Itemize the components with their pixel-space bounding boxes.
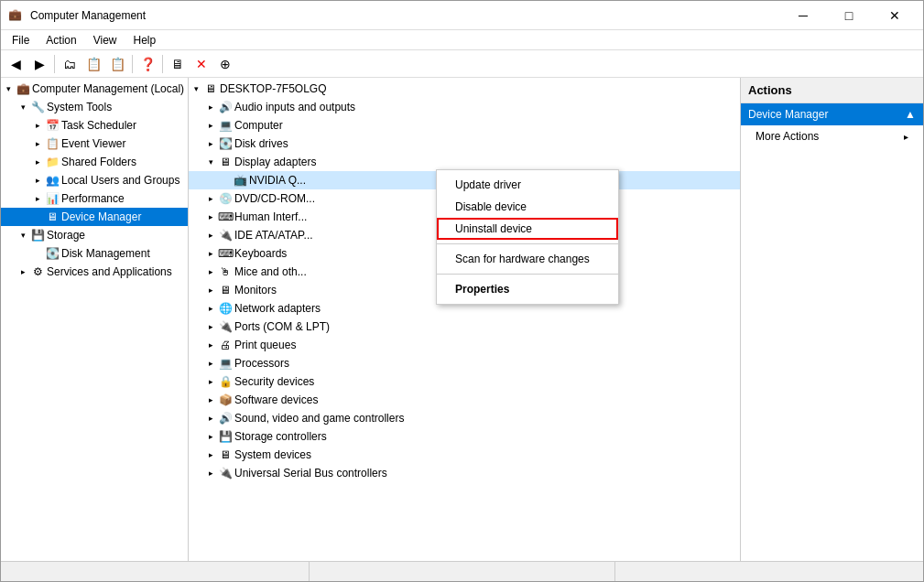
close-button[interactable]: ✕ <box>874 1 916 30</box>
sound-expand[interactable] <box>203 411 218 426</box>
center-usb[interactable]: 🔌 Universal Serial Bus controllers <box>189 464 740 482</box>
center-root[interactable]: 🖥 DESKTOP-7F5OLGQ <box>189 80 740 98</box>
system-tools-label: System Tools <box>47 101 112 113</box>
center-print[interactable]: 🖨 Print queues <box>189 336 740 354</box>
center-display-adapters[interactable]: 🖥 Display adapters <box>189 153 740 171</box>
tree-performance[interactable]: 📊 Performance <box>1 189 188 208</box>
display-adapters-label: Display adapters <box>234 156 316 168</box>
actions-section-device-manager[interactable]: Device Manager ▲ <box>741 103 923 125</box>
show-hide-console-tree[interactable]: 🗂 <box>59 53 81 75</box>
shared-folders-icon: 📁 <box>45 155 60 169</box>
computer-expand[interactable] <box>203 118 218 133</box>
ctx-scan-hardware[interactable]: Scan for hardware changes <box>437 248 618 270</box>
center-computer[interactable]: 💻 Computer <box>189 116 740 135</box>
system-devices-label: System devices <box>234 448 311 461</box>
network-expand[interactable] <box>203 301 218 316</box>
print-expand[interactable] <box>203 338 218 352</box>
monitors-expand[interactable] <box>203 283 218 297</box>
processors-expand[interactable] <box>203 356 218 371</box>
tree-task-scheduler[interactable]: 📅 Task Scheduler <box>1 116 188 135</box>
forward-button[interactable]: ▶ <box>28 53 50 75</box>
center-storage-ctrl[interactable]: 💾 Storage controllers <box>189 427 740 446</box>
keyboards-expand[interactable] <box>203 246 218 261</box>
system-devices-expand[interactable] <box>203 447 218 462</box>
back-button[interactable]: ◀ <box>5 53 27 75</box>
disk-management-icon: 💽 <box>45 246 60 261</box>
tree-event-viewer[interactable]: 📋 Event Viewer <box>1 135 188 153</box>
center-root-expand[interactable] <box>189 81 203 96</box>
processors-icon: 💻 <box>218 356 233 371</box>
ctx-separator-1 <box>437 243 618 244</box>
mice-expand[interactable] <box>203 264 218 279</box>
tree-local-users[interactable]: 👥 Local Users and Groups <box>1 171 188 189</box>
menu-file[interactable]: File <box>5 32 37 48</box>
local-users-expand-icon[interactable] <box>30 173 45 188</box>
tree-disk-management[interactable]: 💽 Disk Management <box>1 244 188 263</box>
menu-help[interactable]: Help <box>126 32 164 48</box>
event-viewer-expand-icon[interactable] <box>30 136 45 151</box>
storage-expand-icon[interactable] <box>16 228 30 242</box>
tree-storage[interactable]: 💾 Storage <box>1 226 188 244</box>
keyboards-icon: ⌨ <box>218 246 233 261</box>
ctx-uninstall-device[interactable]: Uninstall device <box>437 218 618 240</box>
center-processors[interactable]: 💻 Processors <box>189 354 740 372</box>
ctx-disable-device[interactable]: Disable device <box>437 196 618 218</box>
disk-management-label: Disk Management <box>61 247 150 260</box>
menu-action[interactable]: Action <box>38 32 83 48</box>
storage-ctrl-expand[interactable] <box>203 429 218 444</box>
device-manager-icon: 🖥 <box>45 210 60 224</box>
more-actions-label: More Actions <box>756 130 819 143</box>
security-label: Security devices <box>234 375 314 388</box>
performance-label: Performance <box>61 192 125 205</box>
root-expand-icon[interactable] <box>1 81 16 96</box>
task-scheduler-expand-icon[interactable] <box>30 118 45 133</box>
center-system-devices[interactable]: 🖥 System devices <box>189 446 740 464</box>
menu-view[interactable]: View <box>86 32 125 48</box>
tree-root[interactable]: 💼 Computer Management (Local) <box>1 80 188 98</box>
ide-expand[interactable] <box>203 228 218 242</box>
hid-expand[interactable] <box>203 210 218 224</box>
center-security[interactable]: 🔒 Security devices <box>189 372 740 391</box>
keyboards-label: Keyboards <box>234 247 287 260</box>
menu-bar: File Action View Help <box>1 30 923 50</box>
services-expand-icon[interactable] <box>16 264 30 279</box>
tree-system-tools[interactable]: 🔧 System Tools <box>1 98 188 116</box>
center-sound[interactable]: 🔊 Sound, video and game controllers <box>189 409 740 427</box>
monitor-button[interactable]: 🖥 <box>167 53 189 75</box>
dvd-expand[interactable] <box>203 191 218 206</box>
center-software-devices[interactable]: 📦 Software devices <box>189 391 740 409</box>
mice-icon: 🖱 <box>218 264 233 279</box>
minimize-button[interactable]: ─ <box>782 1 824 30</box>
ports-expand[interactable] <box>203 319 218 334</box>
tree-shared-folders[interactable]: 📁 Shared Folders <box>1 153 188 171</box>
ctx-update-driver[interactable]: Update driver <box>437 174 618 196</box>
delete-button[interactable]: ✕ <box>190 53 212 75</box>
ctx-properties[interactable]: Properties <box>437 278 618 300</box>
disk-drives-icon: 💽 <box>218 136 233 151</box>
center-ports[interactable]: 🔌 Ports (COM & LPT) <box>189 318 740 336</box>
system-tools-expand-icon[interactable] <box>16 100 30 114</box>
local-users-icon: 👥 <box>45 173 60 188</box>
center-disk-drives[interactable]: 💽 Disk drives <box>189 135 740 153</box>
performance-expand-icon[interactable] <box>30 191 45 206</box>
scan-button[interactable]: ⊕ <box>214 53 236 75</box>
security-expand[interactable] <box>203 374 218 389</box>
actions-more-actions[interactable]: More Actions <box>741 125 923 147</box>
device-manager-label: Device Manager <box>61 210 141 223</box>
software-devices-expand[interactable] <box>203 393 218 407</box>
display-adapters-expand[interactable] <box>203 155 218 169</box>
shared-folders-expand-icon[interactable] <box>30 155 45 169</box>
up-button[interactable]: 📋 <box>82 53 104 75</box>
show-hide-action-pane[interactable]: 📋 <box>106 53 128 75</box>
center-audio[interactable]: 🔊 Audio inputs and outputs <box>189 98 740 116</box>
audio-expand[interactable] <box>203 100 218 114</box>
help-button[interactable]: ❓ <box>136 53 158 75</box>
disk-drives-expand[interactable] <box>203 136 218 151</box>
monitors-label: Monitors <box>234 284 277 296</box>
software-devices-label: Software devices <box>234 393 318 406</box>
tree-device-manager[interactable]: 🖥 Device Manager <box>1 208 188 226</box>
maximize-button[interactable]: □ <box>828 1 870 30</box>
usb-expand[interactable] <box>203 466 218 480</box>
tree-services-apps[interactable]: ⚙ Services and Applications <box>1 263 188 281</box>
storage-icon: 💾 <box>30 228 45 242</box>
